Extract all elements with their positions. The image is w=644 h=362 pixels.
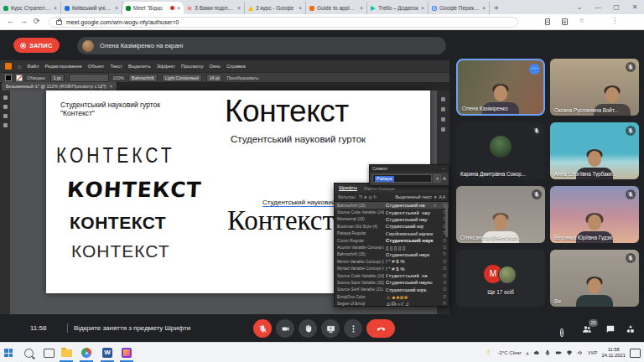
search-icon[interactable] bbox=[22, 346, 35, 359]
font-list-item[interactable]: Source Sans Variable (32) Студентський н… bbox=[335, 279, 449, 286]
menu-window[interactable]: Окно bbox=[209, 64, 220, 69]
participant-tile[interactable]: Олександра В'ячеславі... bbox=[456, 186, 545, 243]
menu-file[interactable]: Файл bbox=[27, 64, 39, 69]
font-family-field[interactable]: Bahnschrift bbox=[128, 74, 158, 82]
font-list-item[interactable]: Montserrat (18) Студентський нау O bbox=[335, 216, 449, 223]
reload-button[interactable]: ⟳ bbox=[34, 17, 40, 25]
font-size-field[interactable]: 14 pt bbox=[206, 74, 223, 82]
tab-gmail[interactable]: M З Вами поділили × bbox=[184, 2, 245, 14]
tab-fonts[interactable]: Шрифты bbox=[339, 185, 357, 191]
window-maximize-button[interactable]: ▢ bbox=[607, 0, 626, 14]
tray-clock[interactable]: 11:5824.11.2021 bbox=[601, 347, 626, 359]
mic-toggle-button[interactable] bbox=[253, 319, 272, 338]
dock-icon[interactable] bbox=[441, 97, 445, 101]
start-button[interactable] bbox=[2, 346, 15, 359]
language-indicator[interactable]: УКР bbox=[588, 350, 597, 355]
tab-search-chevron-icon[interactable]: ⌄ bbox=[570, 0, 589, 14]
font-list-item[interactable]: Cocon Regular Студентський наук O bbox=[335, 237, 449, 244]
font-list-item[interactable]: Bookman Old Style (4) Студентський нау O bbox=[335, 223, 449, 230]
font-list-item[interactable]: Source Code Variable (14) Студентський н… bbox=[335, 272, 449, 279]
dock-icon[interactable] bbox=[441, 107, 445, 111]
tab-close-icon[interactable]: × bbox=[115, 5, 118, 11]
font-list-item[interactable]: Source Serif Variable (21) Студентський … bbox=[335, 287, 449, 293]
dock-icon[interactable] bbox=[441, 127, 445, 132]
presenting-banner[interactable]: Олена Казіміренко на екрані bbox=[77, 37, 446, 54]
battery-icon[interactable] bbox=[555, 349, 562, 356]
font-list-item[interactable]: Bahnschrift (15) Студентський наук Tr bbox=[335, 251, 449, 258]
task-view-icon[interactable] bbox=[42, 346, 55, 359]
word-taskbar-icon[interactable]: W bbox=[101, 346, 114, 359]
participant-tile-active-speaker[interactable]: ⋯ Олена Казіміренко bbox=[456, 59, 545, 116]
url-omnibox[interactable]: meet.google.com/wrn-wogv-nfy/authuser=0 bbox=[49, 17, 518, 28]
menu-edit[interactable]: Редактирование bbox=[45, 64, 82, 69]
menu-type[interactable]: Текст bbox=[110, 64, 122, 69]
tab-close-icon[interactable]: × bbox=[299, 5, 302, 11]
volume-icon[interactable] bbox=[577, 349, 584, 356]
preview-size-icons[interactable]: A A bbox=[439, 194, 445, 199]
raise-hand-button[interactable] bbox=[299, 319, 317, 338]
translate-page-icon[interactable]: A bbox=[545, 18, 550, 25]
chat-button[interactable] bbox=[605, 323, 615, 338]
font-list-item[interactable]: Minion Variable Concept (16) ! " # $ % O bbox=[335, 258, 449, 265]
network-icon[interactable] bbox=[566, 349, 573, 356]
filter-icons[interactable]: Tt ★ ◎ ↻ bbox=[359, 194, 377, 199]
weather-text[interactable]: -2°C Clear bbox=[498, 350, 522, 355]
font-list-item[interactable]: Acumin Variable Concept (91) ▯ ▯ ▯ ▯ ▯ O bbox=[335, 244, 449, 251]
home-icon[interactable]: ⌂ bbox=[18, 64, 21, 70]
bookmark-star-icon[interactable]: ☆ bbox=[579, 17, 584, 24]
font-name-input[interactable]: Pattaya bbox=[372, 174, 432, 183]
action-center-icon[interactable] bbox=[630, 349, 641, 358]
present-screen-button[interactable] bbox=[321, 319, 340, 338]
menu-help[interactable]: Справка bbox=[226, 64, 246, 69]
menu-view[interactable]: Просмотр bbox=[181, 64, 203, 69]
tray-mic-icon[interactable] bbox=[544, 349, 551, 356]
document-close-icon[interactable]: × bbox=[110, 84, 112, 89]
tab-university[interactable]: Київський універ × bbox=[61, 2, 122, 14]
window-close-button[interactable]: ✕ bbox=[626, 0, 644, 14]
tab-close-icon[interactable]: × bbox=[482, 5, 486, 11]
participant-tile[interactable]: Вероніка Юріївна Гудзи... bbox=[550, 186, 639, 243]
tab-guide[interactable]: Guide to applying × bbox=[306, 2, 367, 14]
browser-menu-icon[interactable]: ⋮ bbox=[611, 17, 618, 24]
tool-icon[interactable] bbox=[3, 123, 8, 127]
activities-button[interactable] bbox=[626, 323, 636, 338]
meeting-details-button[interactable]: i bbox=[560, 323, 564, 338]
design-app-taskbar-icon[interactable] bbox=[120, 346, 133, 359]
stroke-value-field[interactable]: 1 pt bbox=[50, 74, 65, 82]
participant-tile[interactable]: Карина Дмитрівна Сокор... bbox=[456, 122, 545, 179]
preview-dropdown-icon[interactable]: ▾ bbox=[434, 194, 437, 199]
tab-meet-active[interactable]: Meet "Відкр × bbox=[122, 2, 184, 14]
tool-icon[interactable] bbox=[3, 96, 8, 100]
tab-drive[interactable]: 3 курс - Google × bbox=[245, 2, 306, 14]
dock-icon[interactable] bbox=[441, 117, 445, 122]
font-list-item[interactable]: Bahnschrift (15) Студентський на ☆ O bbox=[335, 202, 449, 209]
stroke-swatch[interactable] bbox=[16, 75, 23, 81]
tab-course[interactable]: Курс Стратегії н × bbox=[0, 2, 61, 14]
font-list-item[interactable]: Source Code Variable (14) Студентський н… bbox=[335, 209, 449, 215]
font-list-item[interactable]: Segoe UI Emoji ☺☹☼☾♫ Tr bbox=[335, 300, 449, 306]
tab-translate[interactable]: G Google Переклад × bbox=[428, 2, 490, 14]
back-button[interactable]: ← bbox=[7, 17, 14, 25]
tab-trello[interactable]: Trello – Додаток × bbox=[367, 2, 428, 14]
font-list-scrollbar[interactable] bbox=[445, 204, 448, 237]
tab-close-icon[interactable]: × bbox=[421, 5, 424, 11]
font-dropdown-icon[interactable]: ▾ bbox=[434, 174, 441, 183]
more-options-button[interactable] bbox=[344, 319, 362, 338]
document-tab[interactable]: Безымянный-1* @ 112% (RGB/Просмотр с ЦП)… bbox=[2, 82, 117, 90]
camera-toggle-button[interactable] bbox=[276, 319, 294, 338]
self-view-tile[interactable]: Ви bbox=[550, 250, 639, 307]
participant-tile[interactable]: Анна Сергіївна Турбаки... bbox=[550, 122, 639, 179]
menu-select[interactable]: Выделить bbox=[128, 64, 151, 69]
font-style-field[interactable]: Light Condensed bbox=[162, 74, 202, 82]
chrome-taskbar-icon[interactable] bbox=[80, 346, 93, 359]
tools-panel[interactable] bbox=[0, 90, 10, 314]
window-minimize-button[interactable]: — bbox=[589, 0, 607, 14]
preview-text-select[interactable]: Выделенный текст bbox=[395, 194, 432, 199]
participant-tile[interactable]: Оксана Русланівна Войт... bbox=[550, 59, 639, 116]
tool-icon[interactable] bbox=[3, 105, 8, 109]
opacity-value[interactable]: 100% bbox=[113, 75, 125, 80]
tab-close-icon[interactable]: × bbox=[360, 5, 363, 11]
tray-chevron-icon[interactable]: ∧ bbox=[526, 350, 529, 356]
extension-icon[interactable]: ⊕ bbox=[562, 18, 568, 25]
favorite-star-icon[interactable]: ☆ bbox=[434, 203, 437, 208]
